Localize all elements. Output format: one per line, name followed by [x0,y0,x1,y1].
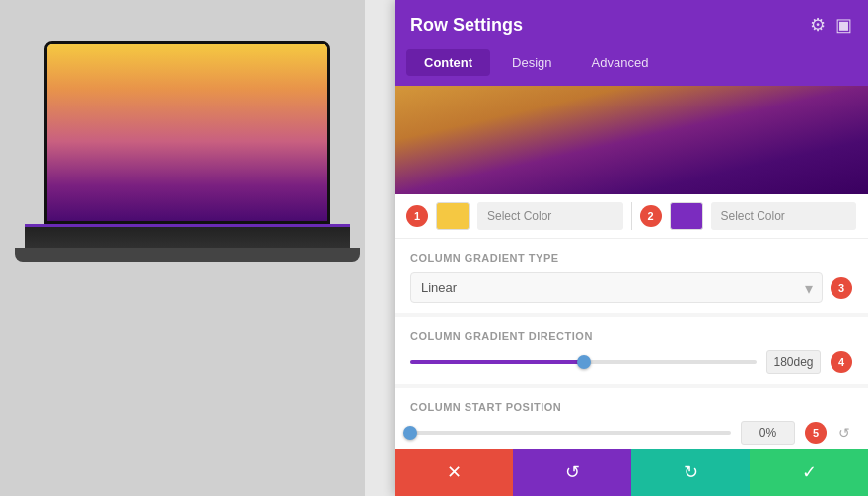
start-position-slider[interactable] [410,423,731,443]
gradient-type-section: Column Gradient Type Linear 3 [395,239,868,313]
start-position-label: Column Start Position [410,401,852,413]
color-row: 1 Select Color 2 Select Color [395,194,868,239]
undo-icon: ↺ [565,461,580,483]
tab-content[interactable]: Content [406,49,490,76]
start-position-section: Column Start Position 0% 5 ↺ [395,388,868,449]
laptop-screen [44,41,330,224]
gradient-direction-row: 180deg 4 [410,350,852,374]
color1-badge: 1 [406,205,428,227]
panel-toolbar: ✕ ↺ ↻ ✓ [395,449,868,496]
color1-select-button[interactable]: Select Color [477,202,623,230]
row-settings-panel: Row Settings ⚙ ▣ Content Design Advanced… [395,0,868,496]
tab-design[interactable]: Design [494,49,569,76]
confirm-icon: ✓ [802,461,817,483]
background-area [0,0,365,496]
settings-icon[interactable]: ⚙ [810,14,826,35]
cancel-button[interactable]: ✕ [395,449,513,496]
undo-button[interactable]: ↺ [513,449,631,496]
color1-swatch[interactable] [436,202,470,230]
redo-button[interactable]: ↻ [631,449,750,496]
layout-icon[interactable]: ▣ [835,14,852,35]
gradient-type-select[interactable]: Linear [410,272,823,303]
start-position-row: 0% 5 ↺ [410,421,852,445]
gradient-direction-badge: 4 [831,351,852,373]
laptop-display [47,44,327,221]
laptop [25,41,340,456]
start-position-reset[interactable]: ↺ [836,425,852,441]
gradient-preview [395,86,868,194]
color2-badge: 2 [640,205,662,227]
laptop-body [25,224,350,251]
panel-tabs: Content Design Advanced [395,49,868,86]
confirm-button[interactable]: ✓ [750,449,868,496]
color-divider [631,202,632,230]
cancel-icon: ✕ [447,461,462,483]
gradient-direction-value: 180deg [766,350,821,374]
gradient-type-badge: 3 [831,277,852,299]
gradient-direction-label: Column Gradient Direction [410,330,852,342]
gradient-direction-section: Column Gradient Direction 180deg 4 [395,317,868,384]
panel-body: 1 Select Color 2 Select Color Column Gra… [395,194,868,449]
color2-select-button[interactable]: Select Color [711,202,857,230]
panel-title: Row Settings [410,15,523,35]
gradient-type-label: Column Gradient Type [410,252,852,264]
start-position-value: 0% [741,421,795,445]
panel-header: Row Settings ⚙ ▣ [395,0,868,49]
laptop-base [15,248,360,262]
tab-advanced[interactable]: Advanced [574,49,667,76]
color2-swatch[interactable] [670,202,703,230]
start-position-badge: 5 [805,422,827,444]
gradient-direction-slider[interactable] [410,352,757,372]
redo-icon: ↻ [684,461,698,483]
panel-header-icons: ⚙ ▣ [810,14,852,35]
